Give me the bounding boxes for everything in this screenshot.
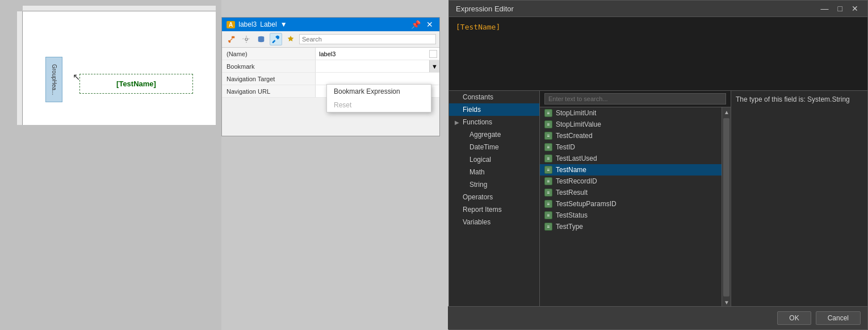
prop-row-name: (Name) label3 <box>222 48 439 60</box>
expr-footer: OK Cancel <box>448 306 867 329</box>
tree-item-label: Logical <box>469 156 491 164</box>
expr-left-panel: Constants Fields▶Functions Aggregate Dat… <box>449 91 540 307</box>
prop-bookmark-label: Bookmark <box>222 60 316 72</box>
wrench-icon[interactable] <box>270 33 282 45</box>
tree-item-report-items[interactable]: Report Items <box>449 203 539 216</box>
field-name: StopLimitUnit <box>556 109 596 117</box>
prop-row-nav-target: Navigation Target <box>222 73 439 85</box>
field-item-testcreated[interactable]: ≡TestCreated <box>540 130 722 141</box>
field-icon: ≡ <box>544 189 552 197</box>
tree-item-functions[interactable]: ▶Functions <box>449 116 539 128</box>
field-item-teststatus[interactable]: ≡TestStatus <box>540 210 722 221</box>
designer-area: GroupHea... ↖ [TestName] <box>0 0 221 330</box>
expr-maximize-btn[interactable]: □ <box>836 4 845 13</box>
prop-item-type: Label <box>260 20 276 28</box>
cancel-button[interactable]: Cancel <box>816 311 861 325</box>
search-input[interactable] <box>299 34 436 44</box>
field-item-stoplimitvalue[interactable]: ≡StopLimitValue <box>540 119 722 130</box>
expr-bottom-panels: Constants Fields▶Functions Aggregate Dat… <box>449 91 867 307</box>
expr-expression-area[interactable]: [TestName] <box>449 17 867 91</box>
field-name: TestSetupParamsID <box>556 200 617 208</box>
expression-editor: Expression Editor — □ ✕ [TestName] Const… <box>448 0 868 330</box>
tree-item-aggregate[interactable]: Aggregate <box>449 128 539 141</box>
scroll-up-btn[interactable]: ▲ <box>722 107 731 117</box>
tree-item-constants[interactable]: Constants <box>449 91 539 103</box>
expr-type-info: The type of this field is: System.String <box>736 95 850 103</box>
field-item-testrecordid[interactable]: ≡TestRecordID <box>540 176 722 187</box>
bookmark-input[interactable] <box>319 63 436 70</box>
scrollbar-thumb[interactable] <box>723 118 729 296</box>
prop-nav-target-value[interactable] <box>316 73 439 85</box>
tree-item-fields[interactable]: Fields <box>449 103 539 116</box>
field-name: TestRecordID <box>556 177 597 185</box>
close-button[interactable]: ✕ <box>425 20 435 29</box>
ok-button[interactable]: OK <box>777 311 811 325</box>
expr-title-controls: — □ ✕ <box>819 4 861 13</box>
tree-item-string[interactable]: String <box>449 178 539 191</box>
ruler-left <box>17 11 23 125</box>
tree-item-logical[interactable]: Logical <box>449 153 539 166</box>
tree-item-variables[interactable]: Variables <box>449 216 539 228</box>
tree-item-label: Variables <box>463 218 490 226</box>
expression-editor-title: Expression Editor <box>456 5 514 13</box>
field-name: TestResult <box>556 189 588 197</box>
field-item-testid[interactable]: ≡TestID <box>540 141 722 153</box>
database-icon[interactable] <box>255 33 267 45</box>
field-icon: ≡ <box>544 154 552 162</box>
field-item-testlastused[interactable]: ≡TestLastUsed <box>540 153 722 164</box>
expr-search-box-container <box>540 91 731 107</box>
context-menu-item-reset[interactable]: Reset <box>327 98 431 112</box>
tree-item-label: Math <box>469 168 485 176</box>
ruler-top <box>23 6 216 11</box>
tree-item-datetime[interactable]: DateTime <box>449 141 539 153</box>
prop-name-checkbox[interactable] <box>429 50 437 58</box>
bookmark-dropdown-btn[interactable]: ▼ <box>429 60 439 72</box>
field-item-testresult[interactable]: ≡TestResult <box>540 187 722 198</box>
field-icon: ≡ <box>544 223 552 231</box>
properties-title-left: A label3 Label ▼ <box>227 20 287 28</box>
field-item-stoplimitunit[interactable]: ≡StopLimitUnit <box>540 107 722 119</box>
field-item-testtype[interactable]: ≡TestType <box>540 221 722 232</box>
designer-canvas: GroupHea... ↖ [TestName] <box>23 11 216 125</box>
expr-text-value: [TestName] <box>456 23 500 31</box>
properties-titlebar: A label3 Label ▼ 📌 ✕ <box>222 18 439 31</box>
gear-icon[interactable] <box>240 33 253 45</box>
label-text: [TestName] <box>116 80 156 88</box>
label-element[interactable]: [TestName] <box>79 74 193 94</box>
prop-nav-target-label: Navigation Target <box>222 73 316 85</box>
expr-fields-list: ≡StopLimitUnit≡StopLimitValue≡TestCreate… <box>540 107 722 307</box>
tree-item-label: Aggregate <box>469 131 501 139</box>
field-icon: ≡ <box>544 132 552 140</box>
prop-name-value: label3 <box>316 48 439 60</box>
prop-dropdown-icon[interactable]: ▼ <box>280 20 287 28</box>
field-name: StopLimitValue <box>556 120 601 128</box>
field-icon: ≡ <box>544 200 552 208</box>
tree-item-operators[interactable]: Operators <box>449 191 539 203</box>
field-item-testname[interactable]: ≡TestName <box>540 164 722 176</box>
pin-button[interactable]: 📌 <box>409 20 422 29</box>
tree-item-math[interactable]: Math <box>449 166 539 178</box>
field-name: TestID <box>556 143 575 151</box>
prop-row-bookmark: Bookmark ▼ <box>222 60 439 73</box>
paintbrush-icon[interactable] <box>225 33 238 45</box>
tree-item-label: Fields <box>463 106 481 114</box>
expr-right-panel: The type of this field is: System.String <box>731 91 867 307</box>
prop-bookmark-value[interactable]: ▼ <box>316 60 439 72</box>
field-name: TestStatus <box>556 211 588 219</box>
field-icon: ≡ <box>544 109 552 117</box>
field-icon: ≡ <box>544 166 552 174</box>
expr-search-input[interactable] <box>544 93 726 105</box>
title-controls: 📌 ✕ <box>409 20 435 29</box>
field-name: TestName <box>556 166 586 174</box>
nav-target-input[interactable] <box>319 76 436 82</box>
context-menu: Bookmark Expression Reset <box>326 84 431 112</box>
prop-item-name: label3 <box>238 20 257 28</box>
field-icon: ≡ <box>544 177 552 185</box>
context-menu-item-bookmark-expr[interactable]: Bookmark Expression <box>327 85 431 98</box>
star-icon[interactable] <box>284 33 297 45</box>
expr-close-btn[interactable]: ✕ <box>849 4 861 13</box>
field-name: TestLastUsed <box>556 154 597 162</box>
field-item-testsetupparamsid[interactable]: ≡TestSetupParamsID <box>540 198 722 210</box>
tree-item-label: DateTime <box>469 143 499 151</box>
expr-minimize-btn[interactable]: — <box>819 4 831 13</box>
